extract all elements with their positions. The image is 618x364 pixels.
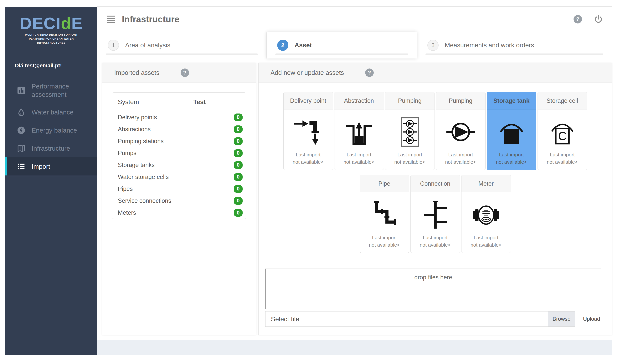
table-row-delivery-points: Delivery points 0 bbox=[112, 111, 246, 123]
step-underline bbox=[106, 53, 258, 55]
asset-tile-connection[interactable]: Connection Last importnot available< bbox=[410, 175, 460, 253]
count-badge: 0 bbox=[234, 197, 242, 205]
page-title: Infrastructure bbox=[122, 14, 179, 25]
row-label: Pumps bbox=[118, 150, 136, 156]
add-assets-header: Add new or update assets ? bbox=[258, 63, 612, 83]
asset-tile-storage-cell[interactable]: Storage cell C Last importnot available< bbox=[537, 92, 587, 170]
sidebar-item-import[interactable]: Import bbox=[5, 157, 97, 175]
pipe-icon bbox=[370, 197, 399, 233]
step-number: 2 bbox=[277, 40, 288, 51]
tile-title: Connection bbox=[411, 175, 460, 192]
power-icon[interactable] bbox=[594, 15, 603, 24]
browse-button[interactable]: Browse bbox=[548, 312, 575, 326]
imported-assets-panel: Imported assets ? System Test Delivery p… bbox=[102, 63, 256, 335]
tab-area-of-analysis[interactable]: 1 Area of analysis bbox=[97, 32, 267, 58]
imported-assets-header: Imported assets ? bbox=[102, 63, 256, 83]
asset-tile-pump[interactable]: Pumping Last importnot available< bbox=[436, 92, 485, 170]
last-import-status: Last importnot available< bbox=[420, 234, 451, 248]
sidebar-item-performance-assessment[interactable]: Performance assessment bbox=[5, 78, 97, 103]
sidebar-item-infrastructure[interactable]: Infrastructure bbox=[5, 139, 97, 157]
sidebar-item-energy-balance[interactable]: Energy balance bbox=[5, 121, 97, 139]
row-label: Meters bbox=[118, 209, 136, 216]
count-badge: 0 bbox=[234, 209, 242, 217]
step-number: 1 bbox=[108, 40, 119, 51]
row-label: Storage tanks bbox=[118, 162, 155, 169]
row-label: Abstractions bbox=[118, 126, 151, 133]
abstraction-icon bbox=[345, 114, 374, 150]
upload-button[interactable]: Upload bbox=[582, 316, 601, 322]
tab-asset[interactable]: 2 Asset bbox=[267, 32, 417, 58]
main-area: Infrastructure ? 1 Area of analysis 2 As… bbox=[97, 6, 612, 355]
tab-measurements-work-orders[interactable]: 3 Measurements and work orders bbox=[417, 32, 612, 58]
hamburger-menu-icon[interactable] bbox=[107, 16, 115, 23]
last-import-status: Last importnot available< bbox=[445, 151, 476, 166]
table-row-pumping-stations: Pumping stations 0 bbox=[112, 135, 246, 147]
sidebar-divider bbox=[5, 176, 97, 176]
row-label: Delivery points bbox=[118, 114, 157, 121]
list-icon bbox=[16, 162, 26, 171]
add-assets-panel: Add new or update assets ? Delivery poin… bbox=[258, 63, 612, 335]
count-badge: 0 bbox=[234, 149, 242, 157]
pump-icon bbox=[446, 114, 475, 150]
asset-tile-pumping-station[interactable]: Pumping Last importnot available< bbox=[385, 92, 435, 170]
sidebar: DECIdE Multi-criteria decision support p… bbox=[5, 7, 97, 355]
tile-title: Delivery point bbox=[283, 92, 333, 109]
table-row-water-storage-cells: Water storage cells 0 bbox=[112, 171, 246, 183]
column-header-test: Test bbox=[193, 98, 240, 106]
user-greeting: Olá test@email.pt! bbox=[5, 63, 97, 69]
step-number: 3 bbox=[427, 40, 439, 51]
step-label: Measurements and work orders bbox=[445, 41, 534, 49]
panel-title: Add new or update assets bbox=[270, 69, 344, 76]
asset-tile-meter[interactable]: Meter Last importnot available< bbox=[461, 175, 511, 253]
sidebar-item-label: Water balance bbox=[32, 108, 74, 117]
top-bar: Infrastructure ? bbox=[97, 7, 612, 32]
sidebar-nav: Performance assessment Water balance Ene… bbox=[5, 78, 97, 176]
last-import-status: Last importnot available< bbox=[496, 151, 527, 166]
wizard-steps: 1 Area of analysis 2 Asset 3 Measurement… bbox=[97, 32, 612, 58]
svg-text:C: C bbox=[558, 129, 567, 142]
help-icon[interactable]: ? bbox=[181, 68, 189, 77]
file-dropzone[interactable]: drop files here bbox=[265, 269, 601, 309]
sidebar-item-water-balance[interactable]: Water balance bbox=[5, 103, 97, 121]
bar-chart-icon bbox=[16, 86, 26, 95]
table-row-service-connections: Service connections 0 bbox=[112, 195, 246, 207]
storage-tank-icon bbox=[497, 114, 526, 150]
last-import-status: Last importnot available< bbox=[293, 151, 324, 166]
row-label: Pumping stations bbox=[118, 138, 164, 145]
table-row-pumps: Pumps 0 bbox=[112, 147, 246, 159]
asset-tile-abstraction[interactable]: Abstraction Last importnot available< bbox=[334, 92, 384, 170]
storage-cell-icon: C bbox=[548, 114, 577, 150]
help-icon[interactable]: ? bbox=[574, 15, 582, 24]
last-import-status: Last importnot available< bbox=[470, 234, 501, 248]
select-file-input[interactable]: Select file Browse bbox=[265, 311, 575, 327]
step-label: Asset bbox=[295, 41, 312, 49]
water-drop-icon bbox=[16, 108, 26, 117]
asset-tile-pipe[interactable]: Pipe Last importnot available< bbox=[360, 175, 409, 253]
last-import-status: Last importnot available< bbox=[369, 234, 400, 248]
table-row-meters: Meters 0 bbox=[112, 207, 246, 219]
asset-tile-storage-tank[interactable]: Storage tank Last importnot available< bbox=[487, 92, 536, 170]
count-badge: 0 bbox=[234, 161, 242, 169]
last-import-status: Last importnot available< bbox=[343, 151, 375, 166]
help-icon[interactable]: ? bbox=[365, 68, 374, 77]
connection-icon bbox=[421, 197, 450, 233]
asset-tiles-row-1: Delivery point Last importnot available<… bbox=[258, 92, 612, 170]
pumping-station-icon bbox=[395, 114, 424, 150]
row-label: Pipes bbox=[118, 185, 133, 192]
imported-assets-table: System Test Delivery points 0 Abstractio… bbox=[112, 92, 246, 219]
table-header-row: System Test bbox=[112, 92, 246, 111]
table-row-storage-tanks: Storage tanks 0 bbox=[112, 159, 246, 171]
sidebar-item-label: Import bbox=[32, 162, 50, 171]
content: Imported assets ? System Test Delivery p… bbox=[97, 58, 612, 335]
step-label: Area of analysis bbox=[125, 41, 170, 49]
asset-tile-delivery-point[interactable]: Delivery point Last importnot available< bbox=[283, 92, 333, 170]
meter-icon bbox=[472, 197, 501, 233]
sidebar-item-label: Performance assessment bbox=[32, 82, 87, 99]
last-import-status: Last importnot available< bbox=[394, 151, 425, 166]
tile-title: Abstraction bbox=[335, 92, 384, 109]
step-underline bbox=[275, 53, 408, 55]
app-logo: DECIdE Multi-criteria decision support p… bbox=[5, 15, 97, 45]
count-badge: 0 bbox=[234, 185, 242, 193]
tile-title: Meter bbox=[461, 175, 511, 192]
row-label: Service connections bbox=[118, 197, 171, 204]
